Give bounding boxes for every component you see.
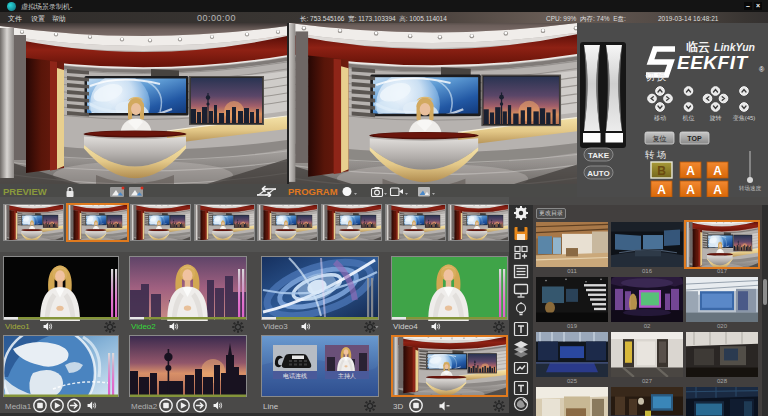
svg-text:主持人: 主持人 [338, 372, 356, 380]
svg-text:Media2: Media2 [131, 402, 158, 411]
svg-text:A: A [713, 183, 722, 197]
svg-text:移动: 移动 [654, 115, 666, 122]
svg-text:A: A [713, 164, 722, 178]
svg-text:PREVIEW: PREVIEW [3, 186, 47, 197]
svg-text:®: ® [759, 66, 765, 73]
svg-text:B: B [657, 164, 666, 178]
svg-text:Video1: Video1 [5, 322, 30, 331]
svg-text:电话连线: 电话连线 [283, 373, 307, 380]
svg-text:Media1: Media1 [5, 402, 32, 411]
svg-text:Video4: Video4 [393, 322, 418, 331]
svg-text:A: A [686, 164, 695, 178]
svg-text:转场: 转场 [645, 149, 668, 160]
svg-text:PROGRAM: PROGRAM [288, 186, 338, 197]
svg-text:3D: 3D [393, 402, 403, 411]
svg-text:EEKFIT: EEKFIT [677, 52, 748, 73]
svg-text:A: A [657, 183, 666, 197]
svg-text:Line: Line [263, 402, 279, 411]
svg-text:变焦(45): 变焦(45) [733, 114, 756, 122]
svg-text:机位: 机位 [683, 115, 695, 121]
svg-text:Video2: Video2 [131, 322, 156, 331]
svg-text:Video3: Video3 [263, 322, 288, 331]
svg-text:AUTO: AUTO [587, 169, 610, 178]
svg-text:转场速度: 转场速度 [739, 185, 762, 192]
svg-text:复位: 复位 [653, 135, 667, 143]
svg-text:A: A [686, 183, 695, 197]
svg-text:切换: 切换 [645, 71, 668, 82]
svg-text:旋转: 旋转 [710, 115, 722, 122]
svg-text:TOP: TOP [687, 135, 702, 142]
svg-text:TAKE: TAKE [588, 151, 610, 160]
